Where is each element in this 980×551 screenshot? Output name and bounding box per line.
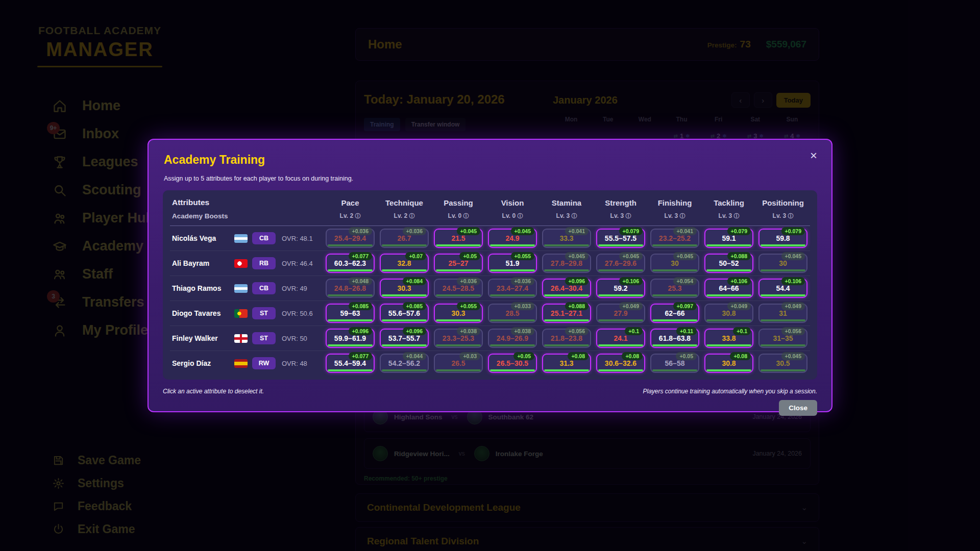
attribute-cell-nicol-s-vega-technique[interactable]: 26.7 +0.036 [380,229,429,248]
info-icon[interactable]: ⓘ [517,213,523,219]
column-tackling: Tackling [702,196,756,210]
boost-badge: +0.055 [457,302,480,310]
info-icon[interactable]: ⓘ [571,213,577,219]
player-info: Nicolás Vega CB OVR: 48.1 [170,232,323,244]
attribute-cell-sergio-d-az-pace[interactable]: 55.4–59.4 +0.077 [326,354,375,373]
attribute-cell-sergio-d-az-vision[interactable]: 26.5–30.5 +0.05 [488,354,537,373]
attribute-cell-sergio-d-az-tackling[interactable]: 30.8 +0.08 [704,354,753,373]
info-icon[interactable]: ⓘ [679,213,685,219]
attribute-cell-finley-walker-finishing[interactable]: 61.8–63.8 +0.11 [650,329,699,348]
info-icon[interactable]: ⓘ [463,213,469,219]
player-info: Thiago Ramos CB OVR: 49 [170,282,323,294]
progress-bar [328,344,373,346]
progress-bar [598,269,643,271]
attribute-cell-finley-walker-technique[interactable]: 53.7–55.7 +0.096 [380,329,429,348]
info-icon[interactable]: ⓘ [733,213,739,219]
attribute-cell-ali-bayram-passing[interactable]: 25–27 +0.05 [434,254,483,273]
attribute-cell-diogo-tavares-tackling[interactable]: 30.8 +0.049 [704,304,753,323]
attribute-cell-nicol-s-vega-stamina[interactable]: 33.3 +0.041 [542,229,591,248]
player-row-ali-bayram: Ali Bayram RB OVR: 46.4 60.3–62.3 +0.077… [170,251,810,276]
attribute-cell-finley-walker-stamina[interactable]: 21.8–23.8 +0.056 [542,329,591,348]
attribute-cell-diogo-tavares-finishing[interactable]: 62–66 +0.097 [650,304,699,323]
attribute-cell-thiago-ramos-passing[interactable]: 24.5–28.5 +0.036 [434,279,483,298]
progress-bar [598,244,643,246]
info-icon[interactable]: ⓘ [409,213,414,219]
attribute-cell-nicol-s-vega-pace[interactable]: 25.4–29.4 +0.036 [326,229,375,248]
attribute-cell-sergio-d-az-stamina[interactable]: 31.3 +0.08 [542,354,591,373]
player-info: Finley Walker ST OVR: 50 [170,332,323,344]
info-icon[interactable]: ⓘ [625,213,631,219]
attribute-cell-sergio-d-az-strength[interactable]: 30.6–32.6 +0.08 [596,354,645,373]
attribute-cell-ali-bayram-finishing[interactable]: 30 +0.045 [650,254,699,273]
attribute-cell-thiago-ramos-stamina[interactable]: 26.4–30.4 +0.096 [542,279,591,298]
column-finishing: Finishing [648,196,702,210]
player-name: Diogo Tavares [172,309,234,317]
boost-badge: +0.044 [403,352,426,360]
progress-bar [544,244,589,246]
attribute-cell-nicol-s-vega-strength[interactable]: 55.5–57.5 +0.079 [596,229,645,248]
attribute-cell-finley-walker-vision[interactable]: 24.9–26.9 +0.038 [488,329,537,348]
attribute-cell-nicol-s-vega-finishing[interactable]: 23.2–25.2 +0.041 [650,229,699,248]
attribute-cell-thiago-ramos-strength[interactable]: 59.2 +0.106 [596,279,645,298]
progress-bar [761,269,805,271]
attribute-cell-ali-bayram-stamina[interactable]: 27.8–29.8 +0.045 [542,254,591,273]
progress-bar [598,294,643,296]
attribute-cell-finley-walker-positioning[interactable]: 31–35 +0.056 [758,329,807,348]
attribute-cell-diogo-tavares-positioning[interactable]: 31 +0.049 [758,304,807,323]
position-badge: RW [252,357,276,369]
attribute-cell-thiago-ramos-tackling[interactable]: 64–66 +0.106 [704,279,753,298]
attribute-cell-ali-bayram-vision[interactable]: 51.9 +0.055 [488,254,537,273]
progress-bar [706,244,751,246]
attribute-cell-ali-bayram-strength[interactable]: 27.6–29.6 +0.045 [596,254,645,273]
attribute-cell-thiago-ramos-positioning[interactable]: 54.4 +0.106 [758,279,807,298]
boost-badge: +0.036 [457,277,480,285]
argentina-flag-icon [234,234,248,243]
boost-badge: +0.045 [511,227,534,235]
attribute-cell-ali-bayram-positioning[interactable]: 30 +0.045 [758,254,807,273]
boost-badge: +0.079 [619,227,643,235]
attribute-cell-sergio-d-az-finishing[interactable]: 56–58 +0.05 [650,354,699,373]
attribute-cell-thiago-ramos-pace[interactable]: 24.8–26.8 +0.048 [326,279,375,298]
level-finishing: Lv. 3 ⓘ [648,210,702,222]
england-flag-icon [234,334,248,343]
attribute-cell-sergio-d-az-passing[interactable]: 26.5 +0.03 [434,354,483,373]
boost-badge: +0.079 [727,227,751,235]
attribute-cell-thiago-ramos-vision[interactable]: 23.4–27.4 +0.036 [488,279,537,298]
attribute-cell-nicol-s-vega-vision[interactable]: 24.9 +0.045 [488,229,537,248]
attribute-cell-finley-walker-passing[interactable]: 23.3–25.3 +0.038 [434,329,483,348]
attribute-cell-diogo-tavares-stamina[interactable]: 25.1–27.1 +0.088 [542,304,591,323]
boost-badge: +0.07 [405,252,426,260]
info-icon[interactable]: ⓘ [355,213,360,219]
attribute-cell-thiago-ramos-technique[interactable]: 30.3 +0.084 [380,279,429,298]
attribute-cell-diogo-tavares-strength[interactable]: 27.9 +0.049 [596,304,645,323]
player-ovr: OVR: 50 [282,335,307,342]
close-icon[interactable]: × [807,149,820,162]
attribute-cell-sergio-d-az-positioning[interactable]: 30.5 +0.045 [758,354,807,373]
boost-badge: +0.048 [349,277,372,285]
progress-bar [382,244,427,246]
attribute-cell-nicol-s-vega-tackling[interactable]: 59.1 +0.079 [704,229,753,248]
attribute-cell-diogo-tavares-technique[interactable]: 55.6–57.6 +0.085 [380,304,429,323]
progress-bar [761,369,805,371]
attribute-cell-nicol-s-vega-positioning[interactable]: 59.8 +0.079 [758,229,807,248]
position-badge: ST [252,307,276,319]
attribute-cell-diogo-tavares-vision[interactable]: 28.5 +0.033 [488,304,537,323]
attribute-cell-finley-walker-tackling[interactable]: 33.8 +0.1 [704,329,753,348]
boost-badge: +0.077 [349,252,372,260]
close-button[interactable]: Close [779,400,817,416]
attribute-cell-sergio-d-az-technique[interactable]: 54.2–56.2 +0.044 [380,354,429,373]
progress-bar [598,319,643,321]
attribute-cell-ali-bayram-tackling[interactable]: 50–52 +0.088 [704,254,753,273]
attribute-cell-finley-walker-strength[interactable]: 24.1 +0.1 [596,329,645,348]
attribute-cell-diogo-tavares-passing[interactable]: 30.3 +0.055 [434,304,483,323]
attribute-cell-ali-bayram-technique[interactable]: 32.8 +0.07 [380,254,429,273]
attribute-cell-finley-walker-pace[interactable]: 59.9–61.9 +0.096 [326,329,375,348]
attribute-cell-nicol-s-vega-passing[interactable]: 21.5 +0.045 [434,229,483,248]
attribute-cell-thiago-ramos-finishing[interactable]: 25.3 +0.054 [650,279,699,298]
attribute-cell-diogo-tavares-pace[interactable]: 59–63 +0.085 [326,304,375,323]
info-icon[interactable]: ⓘ [788,213,793,219]
player-row-nicol-s-vega: Nicolás Vega CB OVR: 48.1 25.4–29.4 +0.0… [170,226,810,251]
boost-badge: +0.085 [403,302,426,310]
boost-badge: +0.085 [349,302,372,310]
attribute-cell-ali-bayram-pace[interactable]: 60.3–62.3 +0.077 [326,254,375,273]
